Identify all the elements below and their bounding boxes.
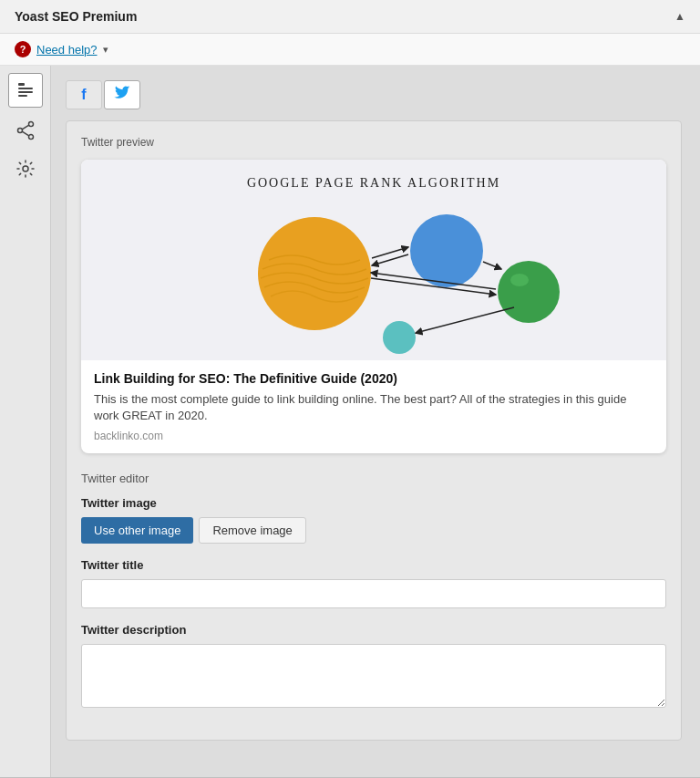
twitter-image-label: Twitter image: [81, 496, 666, 510]
seo-analysis-icon: [15, 80, 36, 100]
main-layout: f Twitter preview: [0, 66, 700, 777]
svg-rect-0: [18, 83, 25, 86]
help-chevron-icon: ▾: [103, 44, 108, 56]
sidebar: [0, 66, 51, 777]
svg-point-9: [23, 166, 28, 171]
collapse-button[interactable]: ▲: [674, 10, 685, 23]
help-row: ? Need help? ▾: [0, 34, 700, 66]
need-help-link[interactable]: Need help?: [36, 43, 98, 57]
preview-image-area: GOOGLE PAGE RANK ALGORITHM: [81, 160, 666, 360]
twitter-description-label: Twitter description: [81, 623, 666, 637]
page-wrapper: Yoast SEO Premium ▲ ? Need help? ▾: [0, 0, 700, 778]
svg-line-8: [22, 131, 29, 136]
svg-point-15: [510, 274, 529, 286]
svg-rect-2: [18, 91, 33, 93]
svg-point-5: [28, 135, 33, 140]
svg-rect-10: [173, 160, 574, 360]
share-icon: [15, 120, 36, 140]
twitter-title-field: Twitter title: [81, 558, 666, 608]
diagram-heading: GOOGLE PAGE RANK ALGORITHM: [247, 176, 500, 190]
app-title: Yoast SEO Premium: [15, 9, 137, 24]
svg-rect-3: [18, 95, 27, 97]
image-button-row: Use other image Remove image: [81, 517, 666, 544]
twitter-icon: [114, 86, 130, 104]
svg-point-6: [17, 129, 22, 133]
preview-card-text: Link Building for SEO: The Definitive Gu…: [81, 360, 666, 453]
twitter-preview-card: GOOGLE PAGE RANK ALGORITHM: [81, 160, 666, 453]
facebook-icon: f: [81, 87, 86, 103]
twitter-preview-label: Twitter preview: [81, 136, 666, 149]
settings-gear-icon: [15, 159, 36, 179]
twitter-editor-label: Twitter editor: [81, 472, 666, 485]
diagram-svg: GOOGLE PAGE RANK ALGORITHM: [81, 160, 666, 360]
content-area: f Twitter preview: [51, 66, 700, 777]
preview-card-description: This is the most complete guide to link …: [94, 391, 654, 424]
twitter-section: Twitter preview GOOGLE PAGE RANK ALGORIT…: [66, 120, 682, 741]
tab-facebook[interactable]: f: [66, 80, 102, 109]
twitter-title-input[interactable]: [81, 579, 666, 608]
help-icon: ?: [15, 41, 31, 57]
tab-twitter[interactable]: [104, 80, 140, 109]
preview-card-title: Link Building for SEO: The Definitive Gu…: [94, 371, 654, 386]
twitter-title-label: Twitter title: [81, 558, 666, 572]
svg-point-16: [383, 321, 416, 354]
svg-line-7: [22, 125, 29, 130]
remove-image-button[interactable]: Remove image: [199, 517, 305, 544]
use-other-image-button[interactable]: Use other image: [81, 517, 193, 544]
twitter-image-field: Twitter image Use other image Remove ima…: [81, 496, 666, 544]
sidebar-item-settings[interactable]: [8, 151, 43, 186]
twitter-description-input[interactable]: [81, 644, 666, 708]
twitter-description-field: Twitter description: [81, 623, 666, 711]
svg-point-13: [410, 214, 483, 287]
tab-row: f: [66, 80, 682, 109]
svg-point-4: [28, 122, 33, 127]
preview-card-domain: backlinko.com: [94, 430, 654, 442]
top-bar: Yoast SEO Premium ▲: [0, 0, 700, 34]
sidebar-item-share[interactable]: [8, 113, 43, 148]
sidebar-item-seo[interactable]: [8, 73, 43, 108]
svg-point-14: [498, 261, 560, 323]
svg-rect-1: [18, 88, 33, 89]
